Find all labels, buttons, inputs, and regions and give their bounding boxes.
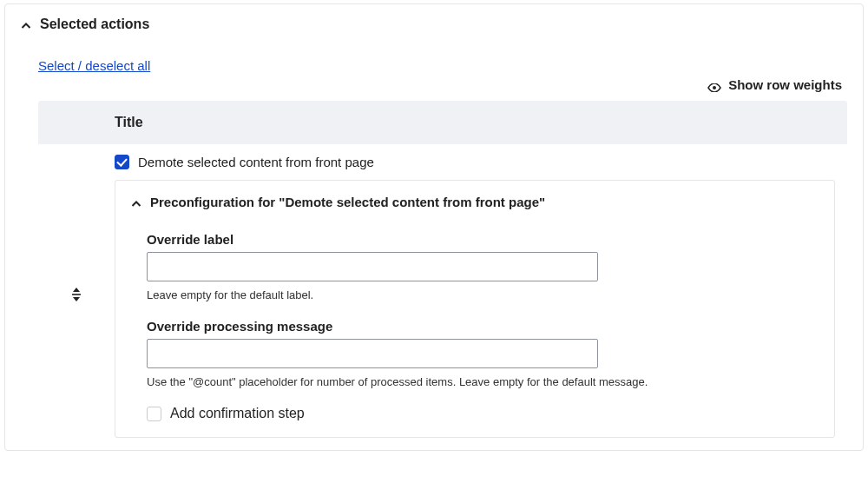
override-label-field: Override label Leave empty for the defau… xyxy=(131,232,819,301)
eye-icon xyxy=(707,80,721,90)
override-label-help: Leave empty for the default label. xyxy=(147,288,819,301)
preconfiguration-panel: Preconfiguration for "Demote selected co… xyxy=(115,180,835,438)
action-checkbox-row[interactable]: Demote selected content from front page xyxy=(115,155,847,169)
panel-header[interactable]: Selected actions xyxy=(5,4,863,41)
chevron-up-icon xyxy=(131,197,141,208)
select-deselect-all-link[interactable]: Select / deselect all xyxy=(38,58,150,73)
table-row: Demote selected content from front page … xyxy=(36,144,849,438)
action-checkbox[interactable] xyxy=(115,155,129,169)
show-row-weights-label: Show row weights xyxy=(728,77,842,92)
drag-column xyxy=(38,155,115,438)
override-message-field: Override processing message Use the "@co… xyxy=(131,319,819,388)
preconfig-title: Preconfiguration for "Demote selected co… xyxy=(150,195,545,209)
panel-title: Selected actions xyxy=(40,17,149,32)
override-message-help: Use the "@count" placeholder for number … xyxy=(147,375,754,388)
add-confirmation-label: Add confirmation step xyxy=(170,406,305,421)
column-title-header: Title xyxy=(54,115,832,130)
svg-marker-1 xyxy=(73,288,80,292)
table-header: Title xyxy=(38,101,847,144)
selected-actions-panel: Selected actions Select / deselect all S… xyxy=(4,3,864,451)
override-message-label: Override processing message xyxy=(147,319,819,334)
panel-body: Select / deselect all Show row weights T… xyxy=(5,41,863,450)
show-row-weights-toggle[interactable]: Show row weights xyxy=(36,77,842,92)
drag-handle-icon[interactable] xyxy=(70,288,82,305)
action-label: Demote selected content from front page xyxy=(138,155,374,169)
override-label-input[interactable] xyxy=(147,252,598,281)
override-label-label: Override label xyxy=(147,232,819,247)
chevron-up-icon xyxy=(21,19,31,30)
svg-rect-3 xyxy=(72,294,81,295)
override-message-input[interactable] xyxy=(147,339,598,368)
svg-marker-2 xyxy=(73,297,80,301)
row-content: Demote selected content from front page … xyxy=(115,155,847,438)
preconfig-header[interactable]: Preconfiguration for "Demote selected co… xyxy=(131,195,819,209)
add-confirmation-checkbox[interactable] xyxy=(147,407,161,421)
svg-point-0 xyxy=(713,86,716,89)
add-confirmation-step-row[interactable]: Add confirmation step xyxy=(131,406,819,421)
